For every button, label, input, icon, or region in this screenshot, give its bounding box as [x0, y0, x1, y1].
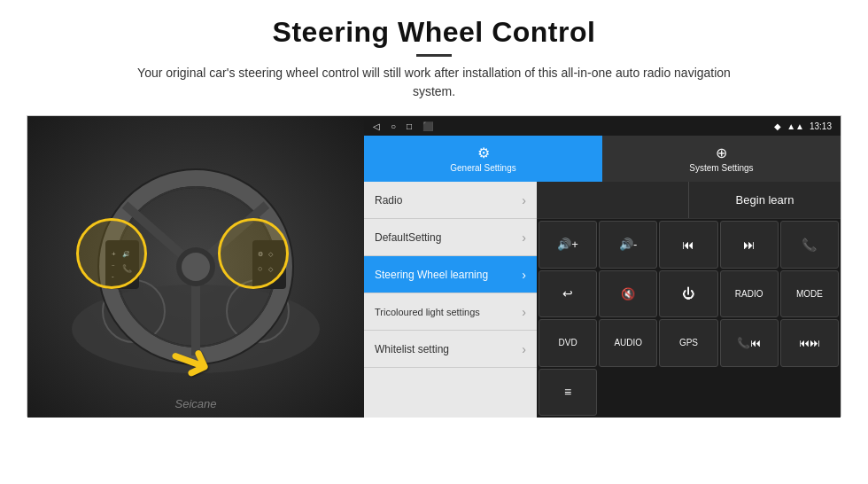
- chevron-icon: ›: [522, 342, 526, 356]
- mute-icon: 🔇: [621, 287, 635, 301]
- menu-panel: Radio › DefaultSetting › Steering Wheel …: [364, 182, 537, 418]
- mute-button[interactable]: 🔇: [599, 270, 657, 318]
- menu-icon: ≡: [564, 385, 571, 399]
- call-prev-button[interactable]: 📞⏮: [720, 319, 779, 367]
- back-icon: ◁: [373, 121, 380, 131]
- dvd-label: DVD: [559, 338, 577, 347]
- controls-panel: Begin learn 🔊+ 🔊- ⏮: [537, 182, 841, 418]
- vol-up-icon: 🔊+: [557, 238, 578, 251]
- prev-next-button[interactable]: ⏮⏭: [780, 319, 839, 367]
- next-track-icon: ⏭: [743, 238, 756, 252]
- nav-icons: ◁ ○ □ ⬛: [373, 121, 433, 131]
- clock: 13:13: [810, 121, 832, 131]
- tab-general-settings[interactable]: ⚙ General Settings: [364, 136, 602, 182]
- prev-next-icon: ⏮⏭: [799, 337, 820, 349]
- recents-icon: □: [407, 121, 412, 131]
- call-button[interactable]: 📞: [780, 221, 839, 269]
- menu-tricoloured-label: Tricoloured light settings: [375, 307, 480, 317]
- content-area: Radio › DefaultSetting › Steering Wheel …: [364, 182, 841, 418]
- screenshot-icon: ⬛: [422, 121, 433, 131]
- prev-track-button[interactable]: ⏮: [659, 221, 717, 269]
- vol-down-icon: 🔊-: [619, 238, 637, 251]
- general-settings-icon: ⚙: [477, 144, 490, 161]
- call-icon: 📞: [802, 238, 817, 252]
- subtitle: Your original car's steering wheel contr…: [124, 64, 744, 101]
- svg-point-10: [182, 253, 210, 281]
- begin-learn-button[interactable]: Begin learn: [689, 182, 841, 218]
- watermark: Seicane: [175, 397, 217, 410]
- car-background: + ~ - 🔊 📞 ⚙ ◇ ○ ◇ ➜ Sei: [27, 116, 364, 418]
- menu-item-radio[interactable]: Radio ›: [364, 182, 537, 219]
- menu-radio-label: Radio: [375, 194, 402, 207]
- hangup-icon: ↩: [562, 286, 573, 301]
- location-icon: ◆: [774, 121, 781, 131]
- tab-bar: ⚙ General Settings ⊕ System Settings: [364, 136, 841, 182]
- call-prev-icon: 📞⏮: [737, 337, 761, 349]
- chevron-icon: ›: [522, 193, 526, 207]
- menu-whitelist-label: Whitelist setting: [375, 343, 449, 355]
- car-image-panel: + ~ - 🔊 📞 ⚙ ◇ ○ ◇ ➜ Sei: [27, 116, 364, 418]
- vol-down-button[interactable]: 🔊-: [599, 221, 657, 269]
- radio-button[interactable]: RADIO: [720, 270, 779, 318]
- chevron-icon: ›: [522, 305, 526, 319]
- vol-up-button[interactable]: 🔊+: [539, 221, 597, 269]
- menu-default-label: DefaultSetting: [375, 231, 441, 244]
- menu-item-steering-wheel[interactable]: Steering Wheel learning ›: [364, 256, 537, 293]
- prev-track-icon: ⏮: [682, 238, 694, 252]
- mode-label: MODE: [796, 289, 823, 299]
- tab-system-settings[interactable]: ⊕ System Settings: [602, 136, 841, 182]
- menu-steering-label: Steering Wheel learning: [375, 269, 488, 281]
- gps-button[interactable]: GPS: [659, 319, 717, 367]
- home-icon: ○: [391, 121, 396, 131]
- status-right: ◆ ▲▲ 13:13: [774, 121, 832, 131]
- chevron-icon: ›: [522, 268, 526, 282]
- mode-button[interactable]: MODE: [780, 270, 839, 318]
- menu-item-tricoloured[interactable]: Tricoloured light settings ›: [364, 293, 537, 331]
- power-button[interactable]: ⏻: [659, 270, 717, 318]
- system-settings-icon: ⊕: [716, 144, 727, 161]
- menu-button[interactable]: ≡: [539, 369, 597, 417]
- android-panel: ◁ ○ □ ⬛ ◆ ▲▲ 13:13 ⚙ General Settings: [364, 116, 841, 418]
- main-content: + ~ - 🔊 📞 ⚙ ◇ ○ ◇ ➜ Sei: [27, 115, 841, 417]
- hangup-button[interactable]: ↩: [539, 270, 597, 318]
- status-bar: ◁ ○ □ ⬛ ◆ ▲▲ 13:13: [364, 116, 841, 136]
- radio-label: RADIO: [735, 289, 763, 299]
- menu-item-default-setting[interactable]: DefaultSetting ›: [364, 219, 537, 256]
- top-row: Begin learn: [537, 182, 841, 219]
- signal-icon: ▲▲: [787, 121, 804, 131]
- title-section: Steering Wheel Control Your original car…: [124, 16, 744, 110]
- title-divider: [416, 54, 452, 57]
- tab-system-label: System Settings: [689, 163, 753, 173]
- tab-general-label: General Settings: [450, 163, 516, 173]
- page-title: Steering Wheel Control: [124, 16, 744, 49]
- chevron-icon: ›: [522, 230, 526, 245]
- gps-label: GPS: [679, 338, 698, 347]
- dvd-button[interactable]: DVD: [539, 319, 597, 367]
- audio-button[interactable]: AUDIO: [599, 319, 657, 367]
- next-track-button[interactable]: ⏭: [720, 221, 779, 269]
- menu-item-whitelist[interactable]: Whitelist setting ›: [364, 331, 537, 368]
- page-container: Steering Wheel Control Your original car…: [0, 0, 868, 484]
- left-highlight-circle: [76, 218, 147, 289]
- blank-area: [537, 182, 689, 218]
- audio-label: AUDIO: [614, 338, 642, 347]
- button-grid: 🔊+ 🔊- ⏮ ⏭ 📞: [537, 219, 841, 418]
- right-highlight-circle: [218, 218, 289, 289]
- power-icon: ⏻: [682, 286, 694, 301]
